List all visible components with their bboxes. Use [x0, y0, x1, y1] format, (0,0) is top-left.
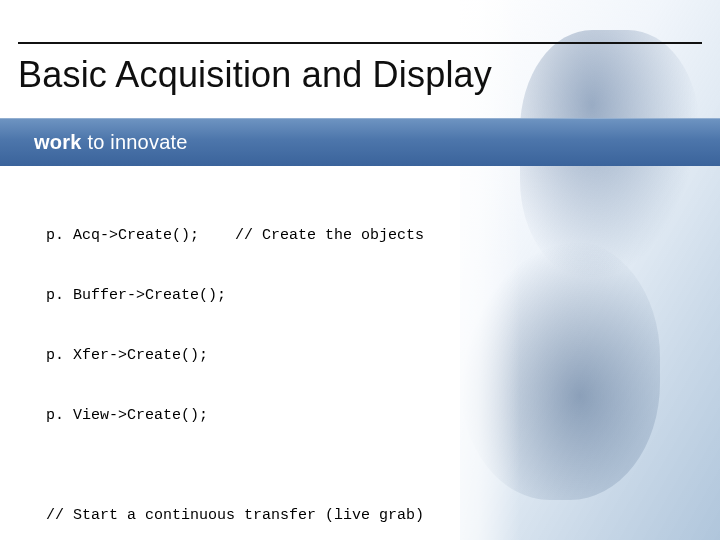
code-block: p. Acq->Create(); // Create the objects …: [46, 186, 460, 540]
slide-title: Basic Acquisition and Display: [18, 54, 492, 96]
brand-tagline-light: to innovate: [87, 131, 187, 153]
brand-band: workto innovate: [0, 118, 720, 166]
code-line: // Start a continuous transfer (live gra…: [46, 506, 460, 526]
divider-top: [18, 42, 702, 44]
code-line: p. View->Create();: [46, 406, 460, 426]
brand-tagline-bold: work: [34, 131, 81, 153]
code-line: p. Buffer->Create();: [46, 286, 460, 306]
code-line: p. Acq->Create(); // Create the objects: [46, 226, 460, 246]
slide: Basic Acquisition and Display workto inn…: [0, 0, 720, 540]
brand-tagline: workto innovate: [34, 131, 188, 154]
code-line: p. Xfer->Create();: [46, 346, 460, 366]
